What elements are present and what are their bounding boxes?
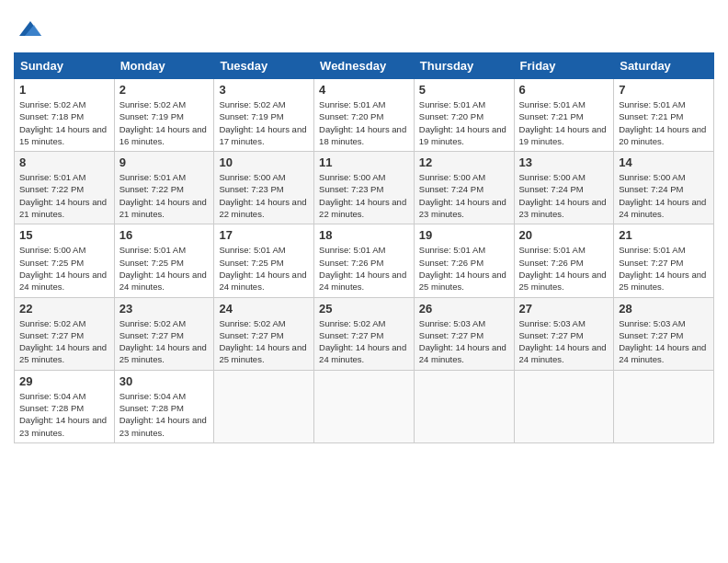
weekday-header-wednesday: Wednesday bbox=[314, 53, 415, 79]
day-number: 21 bbox=[619, 228, 709, 242]
day-info: Sunrise: 5:01 AM Sunset: 7:25 PM Dayligh… bbox=[219, 244, 309, 293]
day-info: Sunrise: 5:02 AM Sunset: 7:27 PM Dayligh… bbox=[19, 317, 109, 366]
calendar-cell: 25 Sunrise: 5:02 AM Sunset: 7:27 PM Dayl… bbox=[314, 297, 415, 370]
day-info: Sunrise: 5:02 AM Sunset: 7:27 PM Dayligh… bbox=[319, 317, 409, 366]
calendar-cell: 30 Sunrise: 5:04 AM Sunset: 7:28 PM Dayl… bbox=[114, 370, 214, 442]
day-number: 18 bbox=[319, 228, 409, 242]
day-info: Sunrise: 5:00 AM Sunset: 7:24 PM Dayligh… bbox=[519, 171, 609, 220]
day-number: 19 bbox=[419, 228, 509, 242]
day-info: Sunrise: 5:01 AM Sunset: 7:22 PM Dayligh… bbox=[119, 171, 210, 220]
calendar-cell: 21 Sunrise: 5:01 AM Sunset: 7:27 PM Dayl… bbox=[614, 224, 714, 297]
day-info: Sunrise: 5:01 AM Sunset: 7:26 PM Dayligh… bbox=[419, 244, 509, 293]
day-info: Sunrise: 5:01 AM Sunset: 7:22 PM Dayligh… bbox=[19, 171, 109, 220]
day-info: Sunrise: 5:01 AM Sunset: 7:26 PM Dayligh… bbox=[519, 244, 609, 293]
weekday-header-saturday: Saturday bbox=[614, 53, 714, 79]
day-number: 20 bbox=[519, 228, 609, 242]
calendar-cell bbox=[614, 370, 714, 442]
calendar-cell: 24 Sunrise: 5:02 AM Sunset: 7:27 PM Dayl… bbox=[214, 297, 314, 370]
calendar-cell: 14 Sunrise: 5:00 AM Sunset: 7:24 PM Dayl… bbox=[614, 152, 714, 224]
day-info: Sunrise: 5:01 AM Sunset: 7:25 PM Dayligh… bbox=[119, 244, 210, 293]
day-number: 23 bbox=[119, 302, 210, 316]
calendar-week-row: 15 Sunrise: 5:00 AM Sunset: 7:25 PM Dayl… bbox=[15, 224, 714, 297]
day-number: 2 bbox=[119, 83, 210, 97]
calendar-cell bbox=[214, 370, 314, 442]
day-number: 16 bbox=[119, 228, 210, 242]
day-number: 5 bbox=[419, 83, 509, 97]
calendar-cell: 16 Sunrise: 5:01 AM Sunset: 7:25 PM Dayl… bbox=[114, 224, 214, 297]
day-number: 9 bbox=[119, 155, 210, 169]
day-number: 28 bbox=[619, 302, 709, 316]
calendar-cell: 22 Sunrise: 5:02 AM Sunset: 7:27 PM Dayl… bbox=[15, 297, 115, 370]
day-info: Sunrise: 5:00 AM Sunset: 7:23 PM Dayligh… bbox=[219, 171, 309, 220]
calendar-table: SundayMondayTuesdayWednesdayThursdayFrid… bbox=[14, 52, 714, 443]
day-number: 27 bbox=[519, 302, 609, 316]
calendar-week-row: 1 Sunrise: 5:02 AM Sunset: 7:18 PM Dayli… bbox=[15, 79, 714, 152]
day-info: Sunrise: 5:01 AM Sunset: 7:27 PM Dayligh… bbox=[619, 244, 709, 293]
calendar-cell: 6 Sunrise: 5:01 AM Sunset: 7:21 PM Dayli… bbox=[514, 79, 614, 152]
calendar-cell bbox=[414, 370, 514, 442]
day-info: Sunrise: 5:01 AM Sunset: 7:26 PM Dayligh… bbox=[319, 244, 409, 293]
calendar-week-row: 8 Sunrise: 5:01 AM Sunset: 7:22 PM Dayli… bbox=[15, 152, 714, 224]
day-number: 10 bbox=[219, 155, 309, 169]
day-info: Sunrise: 5:02 AM Sunset: 7:18 PM Dayligh… bbox=[19, 98, 109, 147]
calendar-cell: 4 Sunrise: 5:01 AM Sunset: 7:20 PM Dayli… bbox=[314, 79, 415, 152]
day-info: Sunrise: 5:00 AM Sunset: 7:24 PM Dayligh… bbox=[419, 171, 509, 220]
day-info: Sunrise: 5:04 AM Sunset: 7:28 PM Dayligh… bbox=[119, 390, 210, 439]
day-number: 12 bbox=[419, 155, 509, 169]
calendar-cell bbox=[514, 370, 614, 442]
weekday-header-monday: Monday bbox=[114, 53, 214, 79]
calendar-cell: 29 Sunrise: 5:04 AM Sunset: 7:28 PM Dayl… bbox=[15, 370, 115, 442]
day-info: Sunrise: 5:01 AM Sunset: 7:20 PM Dayligh… bbox=[419, 98, 509, 147]
logo-icon bbox=[16, 14, 45, 43]
day-info: Sunrise: 5:02 AM Sunset: 7:27 PM Dayligh… bbox=[219, 317, 309, 366]
day-info: Sunrise: 5:00 AM Sunset: 7:25 PM Dayligh… bbox=[19, 244, 109, 293]
day-info: Sunrise: 5:03 AM Sunset: 7:27 PM Dayligh… bbox=[419, 317, 509, 366]
calendar-cell: 5 Sunrise: 5:01 AM Sunset: 7:20 PM Dayli… bbox=[414, 79, 514, 152]
calendar-cell: 13 Sunrise: 5:00 AM Sunset: 7:24 PM Dayl… bbox=[514, 152, 614, 224]
weekday-header-friday: Friday bbox=[514, 53, 614, 79]
calendar-cell: 27 Sunrise: 5:03 AM Sunset: 7:27 PM Dayl… bbox=[514, 297, 614, 370]
calendar-cell: 23 Sunrise: 5:02 AM Sunset: 7:27 PM Dayl… bbox=[114, 297, 214, 370]
calendar-cell bbox=[314, 370, 415, 442]
day-info: Sunrise: 5:03 AM Sunset: 7:27 PM Dayligh… bbox=[619, 317, 709, 366]
day-number: 3 bbox=[219, 83, 309, 97]
calendar-week-row: 22 Sunrise: 5:02 AM Sunset: 7:27 PM Dayl… bbox=[15, 297, 714, 370]
day-number: 29 bbox=[19, 374, 109, 388]
day-number: 24 bbox=[219, 302, 309, 316]
calendar-cell: 8 Sunrise: 5:01 AM Sunset: 7:22 PM Dayli… bbox=[15, 152, 115, 224]
day-number: 7 bbox=[619, 83, 709, 97]
day-info: Sunrise: 5:01 AM Sunset: 7:20 PM Dayligh… bbox=[319, 98, 409, 147]
day-info: Sunrise: 5:00 AM Sunset: 7:24 PM Dayligh… bbox=[619, 171, 709, 220]
logo bbox=[14, 14, 45, 43]
day-info: Sunrise: 5:00 AM Sunset: 7:23 PM Dayligh… bbox=[319, 171, 409, 220]
calendar-cell: 2 Sunrise: 5:02 AM Sunset: 7:19 PM Dayli… bbox=[114, 79, 214, 152]
day-number: 13 bbox=[519, 155, 609, 169]
weekday-header-thursday: Thursday bbox=[414, 53, 514, 79]
calendar-cell: 28 Sunrise: 5:03 AM Sunset: 7:27 PM Dayl… bbox=[614, 297, 714, 370]
weekday-header-row: SundayMondayTuesdayWednesdayThursdayFrid… bbox=[15, 53, 714, 79]
calendar-cell: 15 Sunrise: 5:00 AM Sunset: 7:25 PM Dayl… bbox=[15, 224, 115, 297]
weekday-header-sunday: Sunday bbox=[15, 53, 115, 79]
day-number: 25 bbox=[319, 302, 409, 316]
day-number: 11 bbox=[319, 155, 409, 169]
calendar-cell: 3 Sunrise: 5:02 AM Sunset: 7:19 PM Dayli… bbox=[214, 79, 314, 152]
calendar-cell: 9 Sunrise: 5:01 AM Sunset: 7:22 PM Dayli… bbox=[114, 152, 214, 224]
calendar-cell: 10 Sunrise: 5:00 AM Sunset: 7:23 PM Dayl… bbox=[214, 152, 314, 224]
day-number: 4 bbox=[319, 83, 409, 97]
day-info: Sunrise: 5:02 AM Sunset: 7:19 PM Dayligh… bbox=[219, 98, 309, 147]
day-number: 15 bbox=[19, 228, 109, 242]
page-header bbox=[14, 14, 714, 43]
calendar-cell: 12 Sunrise: 5:00 AM Sunset: 7:24 PM Dayl… bbox=[414, 152, 514, 224]
day-number: 17 bbox=[219, 228, 309, 242]
calendar-cell: 11 Sunrise: 5:00 AM Sunset: 7:23 PM Dayl… bbox=[314, 152, 415, 224]
day-info: Sunrise: 5:01 AM Sunset: 7:21 PM Dayligh… bbox=[619, 98, 709, 147]
calendar-week-row: 29 Sunrise: 5:04 AM Sunset: 7:28 PM Dayl… bbox=[15, 370, 714, 442]
calendar-cell: 17 Sunrise: 5:01 AM Sunset: 7:25 PM Dayl… bbox=[214, 224, 314, 297]
day-number: 6 bbox=[519, 83, 609, 97]
calendar-cell: 1 Sunrise: 5:02 AM Sunset: 7:18 PM Dayli… bbox=[15, 79, 115, 152]
calendar-cell: 7 Sunrise: 5:01 AM Sunset: 7:21 PM Dayli… bbox=[614, 79, 714, 152]
day-info: Sunrise: 5:02 AM Sunset: 7:27 PM Dayligh… bbox=[119, 317, 210, 366]
weekday-header-tuesday: Tuesday bbox=[214, 53, 314, 79]
day-info: Sunrise: 5:03 AM Sunset: 7:27 PM Dayligh… bbox=[519, 317, 609, 366]
calendar-cell: 19 Sunrise: 5:01 AM Sunset: 7:26 PM Dayl… bbox=[414, 224, 514, 297]
